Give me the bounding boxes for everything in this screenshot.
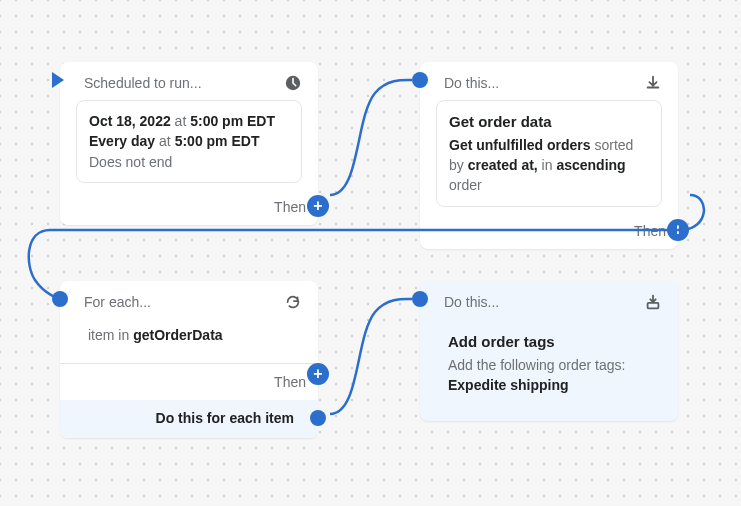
card-header: Do this... <box>420 281 678 319</box>
workflow-card-action-get-orders[interactable]: Do this... Get order data Get unfulfille… <box>420 62 678 249</box>
connector-dot <box>412 72 428 88</box>
card-header-title: For each... <box>84 294 151 310</box>
add-step-button[interactable] <box>307 363 329 385</box>
workflow-card-action-add-tags[interactable]: Do this... Add order tags Add the follow… <box>420 281 678 421</box>
connector-1-to-2 <box>330 78 420 208</box>
card-header-title: Do this... <box>444 75 499 91</box>
then-label: Then <box>60 363 318 400</box>
download-icon <box>644 74 662 92</box>
play-icon <box>52 72 64 88</box>
card-header: Do this... <box>420 62 678 100</box>
connector-dot <box>310 410 326 426</box>
card-header-title: Do this... <box>444 294 499 310</box>
action-details: Add order tags Add the following order t… <box>436 319 662 407</box>
connector-3-to-4 <box>330 297 420 427</box>
foreach-details: item in getOrderData <box>76 319 302 355</box>
card-header-title: Scheduled to run... <box>84 75 202 91</box>
workflow-card-foreach[interactable]: For each... item in getOrderData Then Do… <box>60 281 318 438</box>
card-header: Scheduled to run... <box>60 62 318 100</box>
then-label: Then <box>60 195 318 225</box>
add-step-button[interactable] <box>307 195 329 217</box>
action-details: Get order data Get unfulfilled orders so… <box>436 100 662 207</box>
then-label: Then <box>420 219 678 249</box>
foreach-footer: Do this for each item <box>60 400 318 438</box>
schedule-details: Oct 18, 2022 at 5:00 pm EDT Every day at… <box>76 100 302 183</box>
connector-dot <box>52 291 68 307</box>
workflow-card-trigger[interactable]: Scheduled to run... Oct 18, 2022 at 5:00… <box>60 62 318 225</box>
clock-icon <box>284 74 302 92</box>
refresh-icon <box>284 293 302 311</box>
connector-dot <box>412 291 428 307</box>
card-header: For each... <box>60 281 318 319</box>
import-icon <box>644 293 662 311</box>
svg-rect-1 <box>648 303 659 308</box>
add-step-button[interactable] <box>667 219 689 241</box>
